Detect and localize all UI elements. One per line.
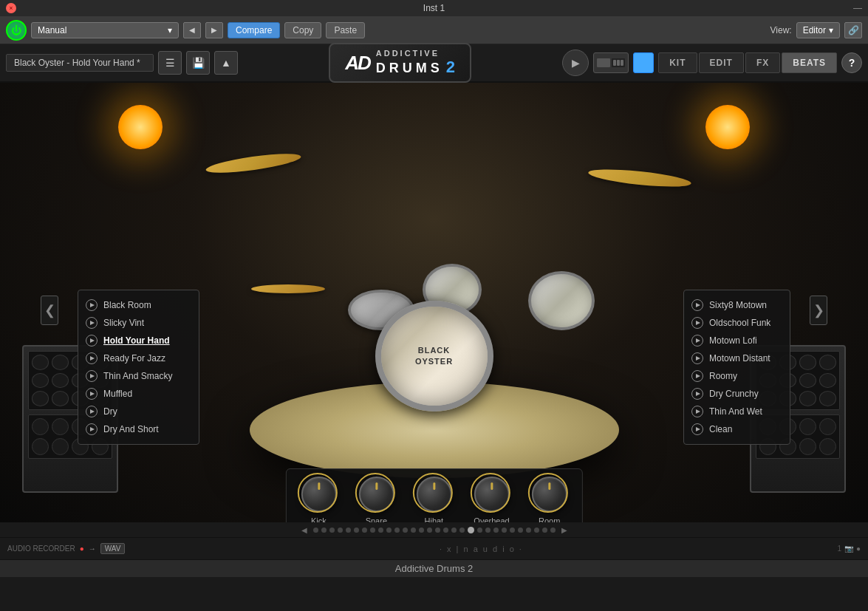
preset-item-sixty8-motown[interactable]: Sixty8 Motown xyxy=(684,296,790,314)
preset-item-label: Ready For Jazz xyxy=(103,353,165,363)
page-dot-15[interactable] xyxy=(427,528,432,533)
editor-dropdown-value: Editor xyxy=(803,25,826,35)
page-dot-3[interactable] xyxy=(329,528,335,533)
knob-kick-container[interactable] xyxy=(301,477,336,512)
page-dot-20[interactable] xyxy=(468,527,474,533)
minimize-button[interactable]: — xyxy=(853,3,862,13)
preset-play-icon xyxy=(86,423,98,435)
preset-item-thin-and-smacky[interactable]: Thin And Smacky xyxy=(78,367,199,385)
preset-item-label: Oldschool Funk xyxy=(709,318,770,328)
knob-ring-room xyxy=(528,473,568,513)
page-dot-6[interactable] xyxy=(354,528,359,533)
page-dot-4[interactable] xyxy=(338,528,343,533)
preset-item-clean[interactable]: Clean xyxy=(684,420,790,438)
page-dot-21[interactable] xyxy=(477,528,482,533)
page-dot-9[interactable] xyxy=(378,528,383,533)
preset-play-icon xyxy=(86,406,98,417)
preset-item-oldschool-funk[interactable]: Oldschool Funk xyxy=(684,314,790,332)
page-dot-18[interactable] xyxy=(451,528,457,533)
page-dot-25[interactable] xyxy=(510,528,515,533)
save-icon-button[interactable]: 💾 xyxy=(186,51,210,75)
page-dot-14[interactable] xyxy=(419,528,424,533)
page-dot-27[interactable] xyxy=(526,528,531,533)
preset-item-label: Clean xyxy=(709,424,732,434)
tab-beats[interactable]: BEATS xyxy=(782,52,837,73)
audio-recorder-label: AUDIO RECORDER xyxy=(7,545,75,553)
page-dot-16[interactable] xyxy=(435,528,440,533)
page-dot-19[interactable] xyxy=(459,528,465,533)
tab-kit[interactable]: KIT xyxy=(658,52,697,73)
nav-next-button[interactable]: ▶ xyxy=(205,22,223,38)
page-dot-22[interactable] xyxy=(485,528,491,533)
page-dot-28[interactable] xyxy=(534,528,539,533)
ad2-number: 2 xyxy=(446,58,455,77)
kit-active-indicator xyxy=(633,52,654,73)
nav-arrow-left[interactable]: ❮ xyxy=(41,296,58,325)
page-dot-17[interactable] xyxy=(443,528,448,533)
paste-button[interactable]: Paste xyxy=(326,22,365,38)
tab-fx[interactable]: FX xyxy=(745,52,780,73)
help-button[interactable]: ? xyxy=(841,52,862,73)
preset-item-hold-your-hand[interactable]: Hold Your Hand xyxy=(78,332,199,349)
page-dot-12[interactable] xyxy=(403,528,408,533)
preset-item-dry[interactable]: Dry xyxy=(78,403,199,420)
page-dot-26[interactable] xyxy=(518,528,523,533)
pattern-buttons[interactable] xyxy=(593,52,629,73)
close-button[interactable]: × xyxy=(6,3,16,13)
copy-button[interactable]: Copy xyxy=(284,22,321,38)
page-dot-1[interactable] xyxy=(313,528,318,533)
knob-group-hihat: Hihat xyxy=(416,477,451,525)
knob-snare-container[interactable] xyxy=(358,477,394,512)
page-dot-7[interactable] xyxy=(362,528,367,533)
preset-item-slicky-vint[interactable]: Slicky Vint xyxy=(78,314,199,332)
preset-item-ready-for-jazz[interactable]: Ready For Jazz xyxy=(78,349,199,367)
preset-play-icon xyxy=(691,335,703,347)
nav-arrow-right[interactable]: ❯ xyxy=(810,296,827,325)
editor-dropdown[interactable]: Editor ▾ xyxy=(796,22,840,38)
page-dot-23[interactable] xyxy=(493,528,499,533)
page-dot-10[interactable] xyxy=(386,528,392,533)
ad2-letters: AD xyxy=(345,52,370,75)
view-label: View: xyxy=(770,25,792,35)
page-dots-nav-prev[interactable]: ◀ xyxy=(298,526,310,534)
preset-play-icon xyxy=(86,299,98,311)
preset-item-dry-crunchy[interactable]: Dry Crunchy xyxy=(684,385,790,403)
compare-button[interactable]: Compare xyxy=(228,22,280,38)
preset-dropdown[interactable]: Manual ▾ xyxy=(31,22,179,38)
link-button[interactable]: 🔗 xyxy=(844,22,862,38)
page-dot-2[interactable] xyxy=(321,528,327,533)
bass-drum-logo: BLACK OYSTER xyxy=(415,345,453,368)
list-icon-button[interactable]: ☰ xyxy=(158,51,182,75)
preset-item-label: Sixty8 Motown xyxy=(709,300,767,310)
preset-item-label: Dry Crunchy xyxy=(709,389,759,399)
page-dot-8[interactable] xyxy=(370,528,375,533)
knob-hihat-container[interactable] xyxy=(416,477,451,512)
preset-item-motown-lofi[interactable]: Motown Lofi xyxy=(684,332,790,349)
preset-item-thin-and-wet[interactable]: Thin And Wet xyxy=(684,403,790,420)
nav-prev-button[interactable]: ◀ xyxy=(183,22,201,38)
page-dot-29[interactable] xyxy=(542,528,547,533)
tom2-drum xyxy=(528,271,595,330)
up-icon-button[interactable]: ▲ xyxy=(214,51,238,75)
preset-item-muffled[interactable]: Muffled xyxy=(78,385,199,403)
preset-play-icon xyxy=(86,370,98,382)
transport-play-button[interactable]: ▶ xyxy=(562,50,589,76)
tab-edit[interactable]: EDIT xyxy=(699,52,744,73)
page-dot-5[interactable] xyxy=(346,528,351,533)
page-dot-30[interactable] xyxy=(550,528,556,533)
preset-play-icon xyxy=(86,317,98,329)
app-title-bar: Addictive Drums 2 xyxy=(0,559,868,577)
page-dots-nav-next[interactable]: ▶ xyxy=(558,526,570,534)
page-dot-13[interactable] xyxy=(411,528,416,533)
knob-room-container[interactable] xyxy=(532,477,567,512)
knob-overhead-container[interactable] xyxy=(474,477,510,512)
power-button[interactable]: ⏻ xyxy=(6,20,27,41)
preset-play-icon xyxy=(691,406,703,417)
page-dot-11[interactable] xyxy=(394,528,400,533)
preset-item-dry-and-short[interactable]: Dry And Short xyxy=(78,420,199,438)
preset-item-label: Thin And Smacky xyxy=(103,371,172,381)
page-dot-24[interactable] xyxy=(502,528,507,533)
preset-item-black-room[interactable]: Black Room xyxy=(78,296,199,314)
preset-item-roomy[interactable]: Roomy xyxy=(684,367,790,385)
preset-item-motown-distant[interactable]: Motown Distant xyxy=(684,349,790,367)
